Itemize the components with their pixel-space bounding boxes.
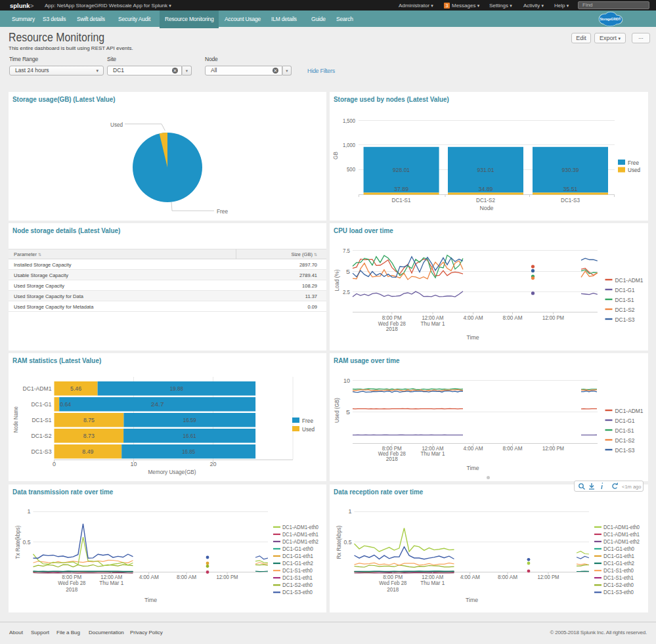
svg-text:2018: 2018	[387, 586, 399, 593]
svg-text:8:00 PM: 8:00 PM	[383, 574, 403, 580]
svg-text:Time: Time	[144, 597, 157, 603]
svg-text:Load (%): Load (%)	[334, 270, 340, 291]
svg-text:34.89: 34.89	[479, 186, 493, 192]
svg-text:DC1-S2-eth0: DC1-S2-eth0	[282, 582, 313, 588]
svg-text:12:00 PM: 12:00 PM	[538, 574, 559, 580]
svg-text:DC1-S1-eth1: DC1-S1-eth1	[603, 574, 634, 581]
svg-text:DC1-G1-eth0: DC1-G1-eth0	[603, 546, 634, 552]
svg-text:DC1-ADM1: DC1-ADM1	[615, 277, 644, 284]
svg-text:DC1-S2: DC1-S2	[476, 197, 495, 204]
svg-text:DC1-S2: DC1-S2	[615, 437, 635, 444]
svg-text:DC1-G1-eth1: DC1-G1-eth1	[282, 553, 313, 559]
svg-text:5.46: 5.46	[70, 385, 81, 392]
svg-text:DC1-G1-eth0: DC1-G1-eth0	[282, 546, 313, 552]
svg-text:8.73: 8.73	[83, 433, 95, 439]
svg-text:StorageGRID®: StorageGRID®	[600, 17, 622, 21]
svg-text:<1m ago: <1m ago	[622, 484, 641, 490]
svg-text:Time: Time	[467, 465, 479, 471]
svg-text:8:00 AM: 8:00 AM	[503, 314, 523, 321]
svg-text:4:00 AM: 4:00 AM	[464, 445, 483, 452]
svg-text:12:00 PM: 12:00 PM	[217, 574, 238, 580]
svg-text:2.5: 2.5	[343, 289, 350, 295]
svg-text:Thu Mar 1: Thu Mar 1	[421, 320, 445, 327]
svg-text:DC1-ADM1-eth1: DC1-ADM1-eth1	[282, 531, 318, 538]
svg-text:928.01: 928.01	[393, 167, 410, 173]
svg-text:DC1-S1: DC1-S1	[392, 197, 411, 204]
svg-text:DC1-G1: DC1-G1	[615, 287, 635, 293]
svg-text:Free: Free	[628, 160, 639, 166]
svg-text:930.39: 930.39	[562, 167, 579, 173]
svg-text:DC1-S1-eth1: DC1-S1-eth1	[282, 574, 313, 581]
svg-text:Tx Rate(kbps): Tx Rate(kbps)	[14, 525, 21, 559]
svg-text:DC1-G1: DC1-G1	[32, 401, 52, 408]
svg-text:DC1-S1: DC1-S1	[615, 297, 634, 303]
svg-text:16.85: 16.85	[182, 448, 195, 455]
svg-text:Used: Used	[302, 426, 315, 433]
svg-text:4:00 AM: 4:00 AM	[464, 314, 483, 321]
svg-text:Node: Node	[480, 205, 494, 211]
svg-text:DC1-G1: DC1-G1	[615, 418, 635, 424]
svg-text:1,000: 1,000	[343, 142, 355, 148]
svg-text:Thu Mar 1: Thu Mar 1	[421, 450, 445, 457]
svg-text:DC1-S1: DC1-S1	[32, 417, 52, 423]
svg-text:Used (GB): Used (GB)	[334, 398, 340, 423]
svg-text:DC1-ADM1: DC1-ADM1	[615, 408, 644, 414]
svg-text:16.59: 16.59	[183, 417, 196, 423]
svg-text:Free: Free	[217, 208, 228, 215]
svg-text:DC1-ADM1-eth1: DC1-ADM1-eth1	[603, 531, 640, 538]
svg-text:Thu Mar 1: Thu Mar 1	[99, 580, 123, 586]
svg-text:DC1-S3: DC1-S3	[615, 447, 635, 454]
svg-text:4:00 AM: 4:00 AM	[139, 574, 159, 580]
svg-text:DC1-ADM1-eth0: DC1-ADM1-eth0	[282, 524, 318, 530]
svg-text:35.51: 35.51	[563, 186, 578, 192]
svg-text:DC1-G1-eth2: DC1-G1-eth2	[603, 560, 634, 567]
svg-text:24.7: 24.7	[151, 401, 164, 408]
svg-text:500: 500	[347, 166, 355, 173]
svg-text:DC1-ADM1: DC1-ADM1	[23, 385, 52, 392]
svg-text:2018: 2018	[386, 456, 398, 462]
svg-text:DC1-ADM1-eth2: DC1-ADM1-eth2	[603, 538, 640, 545]
svg-text:DC1-S3-eth0: DC1-S3-eth0	[282, 589, 313, 595]
svg-text:Wed Feb 28: Wed Feb 28	[379, 580, 406, 586]
svg-text:10: 10	[131, 461, 137, 467]
svg-text:DC1-S2: DC1-S2	[615, 307, 635, 313]
svg-text:0.64: 0.64	[60, 401, 71, 408]
svg-text:Node Name: Node Name	[12, 406, 19, 433]
svg-text:2018: 2018	[66, 586, 77, 593]
svg-text:12:00 PM: 12:00 PM	[542, 445, 564, 452]
svg-text:DC1-S1-eth0: DC1-S1-eth0	[603, 567, 634, 574]
svg-text:Time: Time	[466, 597, 478, 603]
svg-text:Used: Used	[628, 167, 640, 173]
svg-text:16.61: 16.61	[183, 433, 196, 439]
svg-text:5: 5	[346, 409, 350, 416]
svg-text:12:00 AM: 12:00 AM	[100, 574, 122, 580]
svg-text:931.01: 931.01	[477, 167, 494, 173]
svg-text:Used: Used	[110, 121, 123, 128]
svg-text:8:00 AM: 8:00 AM	[503, 445, 523, 452]
svg-text:5: 5	[346, 268, 350, 275]
svg-text:8:00 PM: 8:00 PM	[62, 574, 81, 580]
svg-text:7.5: 7.5	[343, 247, 350, 254]
svg-text:12:00 PM: 12:00 PM	[542, 314, 564, 321]
svg-text:1: 1	[349, 508, 352, 515]
svg-text:8.75: 8.75	[83, 417, 95, 423]
svg-text:Free: Free	[302, 418, 313, 424]
svg-text:DC1-S1: DC1-S1	[615, 427, 634, 434]
svg-text:12:00 AM: 12:00 AM	[422, 574, 443, 580]
svg-text:DC1-S3-eth0: DC1-S3-eth0	[603, 589, 634, 595]
svg-text:DC1-ADM1-eth0: DC1-ADM1-eth0	[603, 524, 640, 530]
svg-text:2018: 2018	[386, 326, 398, 332]
svg-text:20: 20	[210, 461, 217, 467]
svg-text:DC1-S1-eth0: DC1-S1-eth0	[282, 567, 313, 574]
svg-text:DC1-S3: DC1-S3	[615, 316, 635, 323]
svg-text:DC1-S3: DC1-S3	[32, 448, 52, 455]
svg-text:8:00 AM: 8:00 AM	[177, 574, 196, 580]
svg-text:Rx Rate(kbps): Rx Rate(kbps)	[336, 525, 342, 559]
svg-text:DC1-ADM1-eth2: DC1-ADM1-eth2	[282, 538, 318, 545]
svg-text:1: 1	[28, 508, 31, 515]
svg-text:8.49: 8.49	[82, 448, 93, 455]
svg-text:4:00 AM: 4:00 AM	[460, 574, 480, 580]
svg-text:10: 10	[343, 377, 350, 384]
svg-text:37.89: 37.89	[394, 186, 408, 192]
svg-text:0.5: 0.5	[344, 539, 352, 546]
